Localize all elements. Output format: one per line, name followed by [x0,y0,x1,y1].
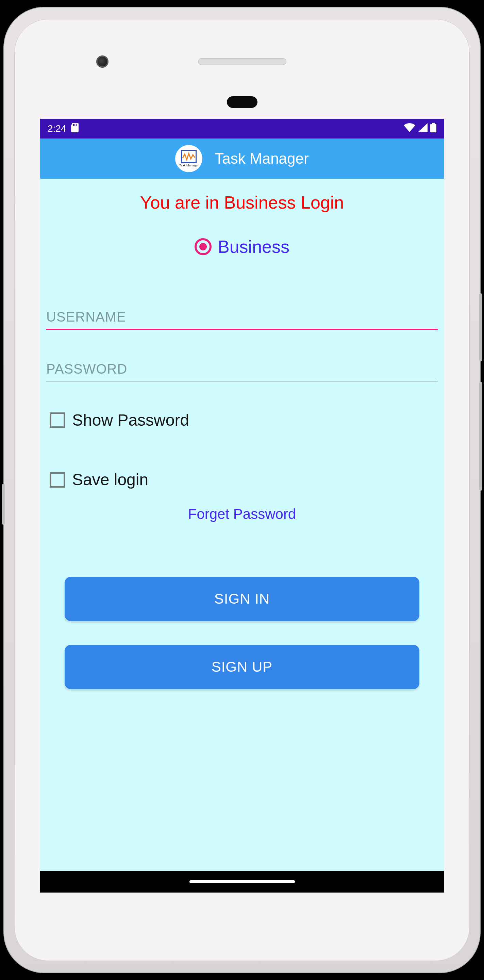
show-password-label: Show Password [72,411,189,430]
username-field-wrap [40,257,444,330]
app-logo: Task Manager [175,145,202,172]
password-field-wrap [40,330,444,382]
svg-rect-4 [430,124,436,132]
radio-label: Business [218,237,289,257]
svg-rect-2 [76,124,76,126]
android-nav-bar [40,871,444,892]
camera-icon [96,56,108,68]
sensor-icon [227,96,257,108]
svg-rect-0 [73,124,74,126]
page-heading: You are in Business Login [40,192,444,213]
speaker-icon [198,58,286,65]
app-bar: Task Manager Task Manager [40,138,444,179]
radio-selected-icon[interactable] [195,238,211,255]
checkbox-icon[interactable] [50,472,65,488]
login-type-radio[interactable]: Business [40,237,444,257]
phone-body: 2:24 [3,7,481,973]
save-login-row[interactable]: Save login [40,470,444,489]
signup-button[interactable]: SIGN UP [65,645,419,689]
signin-button[interactable]: SIGN IN [65,577,419,621]
radio-dot-icon [199,243,207,250]
side-button [479,382,482,491]
logo-caption: Task Manager [179,164,198,167]
clock: 2:24 [48,123,66,134]
svg-rect-3 [432,123,435,124]
nav-handle-icon[interactable] [189,880,295,883]
show-password-row[interactable]: Show Password [40,411,444,430]
cellular-icon [418,123,427,134]
side-button [479,293,482,361]
sd-card-icon [71,123,79,135]
app-title: Task Manager [214,150,308,167]
status-right [404,123,436,135]
status-bar: 2:24 [40,119,444,138]
checkbox-icon[interactable] [50,412,65,428]
username-input[interactable] [46,305,438,330]
signup-row: SIGN UP [40,621,444,689]
password-input[interactable] [46,356,438,382]
wifi-icon [404,123,415,134]
status-left: 2:24 [48,123,79,135]
phone-bezel: 2:24 [14,19,470,961]
side-button [2,484,5,525]
save-login-label: Save login [72,470,148,489]
forget-password-link[interactable]: Forget Password [40,506,444,522]
logo-chart-icon [181,150,197,163]
screen: 2:24 [40,119,444,892]
signin-row: SIGN IN [40,522,444,621]
svg-rect-1 [75,124,75,126]
phone-frame: 2:24 [0,0,484,980]
content-area: You are in Business Login Business [40,179,444,871]
battery-icon [430,123,436,135]
